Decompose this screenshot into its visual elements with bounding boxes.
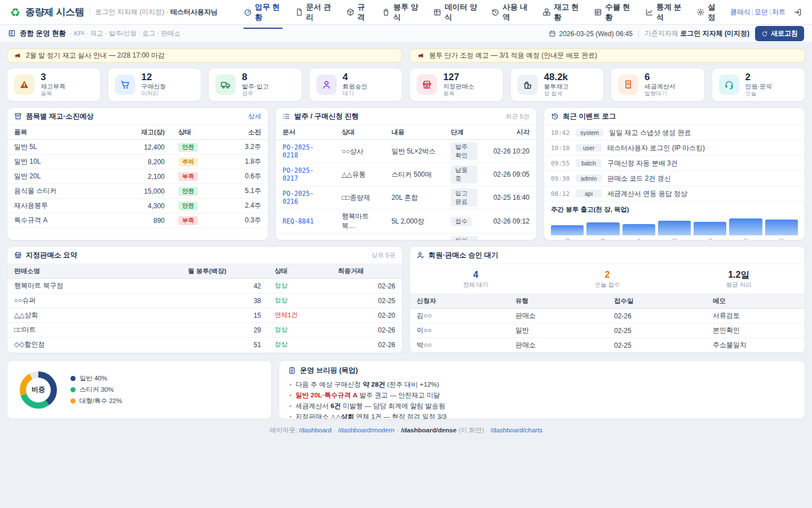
kpi-value: 48.2k <box>544 72 569 83</box>
nav-label: 설정 <box>708 2 720 23</box>
kpi-sublabel: 대기 <box>343 90 368 98</box>
nav-item-설정[interactable]: 설정 <box>696 0 720 29</box>
headset-icon <box>719 75 739 95</box>
log-time: 10:42 <box>551 129 570 137</box>
kpi-body: 12구매신청미처리 <box>142 72 166 98</box>
store-status: 정상 <box>275 341 288 348</box>
footer-link[interactable]: /dashboard/modern <box>338 427 395 433</box>
grid-icon <box>433 8 442 17</box>
log-time: 09:30 <box>551 175 570 182</box>
store-row: ○○슈퍼38정상02-25 <box>7 294 402 308</box>
nav-label: 문서 관리 <box>306 2 334 23</box>
kpi-card-구매신청[interactable]: 12구매신청미처리 <box>108 68 202 102</box>
doc-icon <box>295 8 303 17</box>
item-weeks: 1.8주 <box>221 155 268 169</box>
item-weeks: 0.3주 <box>221 213 268 228</box>
column-header: 상태 <box>268 264 331 279</box>
store-last-date: 02-25 <box>331 294 402 308</box>
order-doc-link[interactable]: PO-2025-0216 <box>283 190 314 205</box>
kpi-value: 12 <box>142 72 166 83</box>
briefing-text: 연체 1건 — 현장 점검 일정 3/3 <box>354 413 447 419</box>
column-header: 접수일 <box>607 294 706 309</box>
order-doc-link[interactable]: PO-2025-0217 <box>283 167 314 182</box>
log-text: 판매소 코드 2건 갱신 <box>607 174 671 183</box>
column-header: 단계 <box>444 125 484 140</box>
approval-panel-title: 회원·판매소 승인 대기 <box>429 251 798 260</box>
theme-link-3[interactable]: 차트 <box>772 8 785 16</box>
kpi-body: 4회원승인대기 <box>343 72 368 98</box>
briefing-list: 다음 주 예상 구매신청 약 28건 (전주 대비 +12%)일반 20L·특수… <box>288 379 796 419</box>
nav-label: 업무 현황 <box>255 2 283 23</box>
nav-item-업무-현황[interactable]: 업무 현황 <box>244 0 283 29</box>
refresh-button[interactable]: 새로고침 <box>755 26 804 41</box>
briefing-text: 6건 <box>330 402 341 410</box>
item-status: 부족 <box>171 213 221 228</box>
kpi-sublabel: 미처리 <box>142 90 166 98</box>
kpi-card-민원·문의[interactable]: 2민원·문의오늘 <box>712 68 806 102</box>
clipboard-icon <box>288 366 296 375</box>
kpi-card-회원승인[interactable]: 4회원승인대기 <box>309 68 403 102</box>
bag-icon <box>382 8 390 17</box>
kpi-sublabel: 품목 <box>41 90 65 98</box>
briefing-text: △△상회 <box>330 413 354 419</box>
stage-badge: 발주확인 <box>451 142 477 160</box>
order-doc-link[interactable]: PO-2025-0218 <box>283 143 314 159</box>
store-monthly: 51 <box>181 338 268 352</box>
legend-label: 스티커 30% <box>80 386 114 394</box>
nav-item-데이터-양식[interactable]: 데이터 양식 <box>433 0 479 29</box>
briefing-title: 운영 브리핑 (목업) <box>300 366 358 375</box>
nav-item-수불-현황[interactable]: 수불 현황 <box>594 0 633 29</box>
app-title: 종량제 시스템 <box>25 6 85 19</box>
stock-detail-link[interactable]: 상세 <box>248 112 261 121</box>
nav-item-사용-내역[interactable]: 사용 내역 <box>491 0 530 29</box>
kpi-card-봉투재고[interactable]: 48.2k봉투재고장 합계 <box>510 68 604 102</box>
divider <box>638 30 639 38</box>
store-name: 행복마트 북구점 <box>7 279 181 294</box>
order-desc: 스티커 500매 <box>385 163 444 186</box>
order-time: 02-26 08:45 <box>484 234 536 241</box>
login-scope: 로그인 지자체 (미지정) · <box>95 8 169 16</box>
kpi-card-발주·입고[interactable]: 8발주·입고금주 <box>208 68 302 102</box>
orders-panel-title: 발주 / 구매신청 진행 <box>294 112 502 121</box>
nav-item-통계-분석[interactable]: 통계 분석 <box>645 0 684 29</box>
nav-item-봉투-양식[interactable]: 봉투 양식 <box>382 0 421 29</box>
briefing-item: 다음 주 예상 구매신청 약 28건 (전주 대비 +12%) <box>288 379 796 390</box>
theme-link-1[interactable]: 클래식 <box>730 8 751 16</box>
recycle-logo-icon: ♻ <box>10 7 20 18</box>
received-date: 02-25 <box>607 338 706 353</box>
item-name: 일반 10L <box>7 155 114 169</box>
kpi-value: 6 <box>645 72 676 83</box>
footer-link[interactable]: /dashboard <box>299 427 332 433</box>
weekday-label: 월 <box>551 237 584 240</box>
kpi-card-재고부족[interactable]: 3재고부족품목 <box>7 68 101 102</box>
footer-link[interactable]: /dashboard/charts <box>491 427 542 433</box>
weekday-label: 일 <box>765 237 798 240</box>
nav-label: 재고 현황 <box>554 2 581 23</box>
stat-value: 1.2일 <box>673 269 805 280</box>
kpi-card-지정판매소[interactable]: 127지정판매소등록 <box>409 68 504 102</box>
theme-links: 클래식|모던|차트 <box>730 7 785 17</box>
order-doc-link[interactable]: REQ-8841 <box>283 217 314 225</box>
received-date: 02-26 <box>607 309 706 323</box>
order-desc: 5L 2,000장 <box>385 209 444 234</box>
share-donut-chart: 비중 <box>20 371 57 409</box>
logout-icon[interactable] <box>793 8 802 17</box>
basis-value: 로그인 지자체 (미지정) <box>680 29 749 37</box>
store-monthly: 29 <box>181 323 268 338</box>
log-tag: batch <box>576 159 602 167</box>
column-header: 최종거래 <box>331 264 402 279</box>
store-last-date: 02-26 <box>331 323 402 338</box>
kpi-label: 봉투재고 <box>544 83 569 91</box>
order-party: ○○슈퍼 <box>335 234 385 241</box>
kpi-card-세금계산서[interactable]: 6세금계산서발행대기 <box>611 68 705 102</box>
log-row: 09:55batch구매신청 자동 분배 3건 <box>544 156 805 171</box>
theme-link-2[interactable]: 모던 <box>754 8 768 16</box>
kpi-label: 지정판매소 <box>443 83 474 91</box>
legend-dot <box>70 398 76 404</box>
store-monthly: 15 <box>181 308 268 323</box>
nav-item-규격[interactable]: 규격 <box>346 0 370 29</box>
nav-item-재고-현황[interactable]: 재고 현황 <box>542 0 581 29</box>
nav-item-문서-관리[interactable]: 문서 관리 <box>295 0 334 29</box>
order-stage: 처리중 <box>444 234 484 241</box>
weekday-label: 토 <box>729 237 762 240</box>
